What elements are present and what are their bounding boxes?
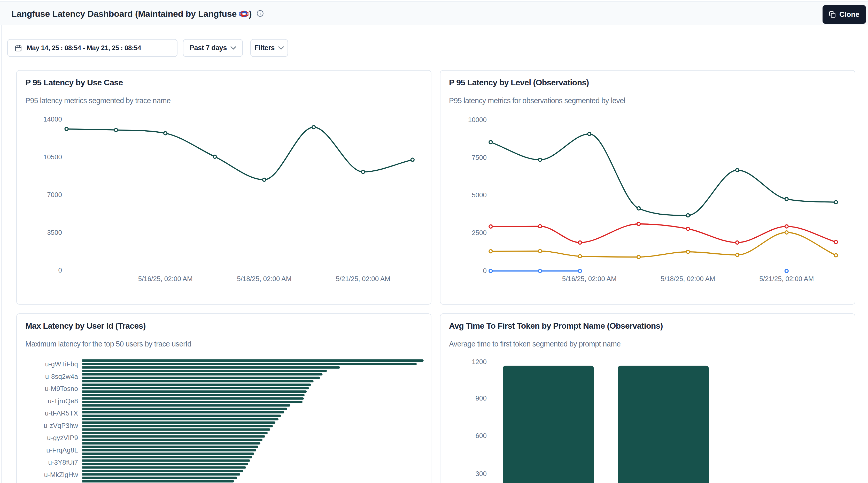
svg-text:u-M9Tosno: u-M9Tosno — [45, 385, 78, 393]
svg-text:u-MkZlgHw: u-MkZlgHw — [44, 471, 78, 479]
svg-text:0: 0 — [483, 267, 487, 275]
svg-text:5/18/25, 02:00 AM: 5/18/25, 02:00 AM — [237, 275, 291, 283]
svg-text:5/16/25, 02:00 AM: 5/16/25, 02:00 AM — [138, 275, 193, 283]
svg-text:u-3Y8fUi7: u-3Y8fUi7 — [48, 458, 78, 466]
svg-text:1200: 1200 — [472, 358, 487, 366]
svg-text:7500: 7500 — [472, 153, 487, 161]
svg-text:u-zVqP3hw: u-zVqP3hw — [44, 422, 78, 429]
svg-text:u-gWTiFbq: u-gWTiFbq — [45, 360, 78, 368]
svg-text:600: 600 — [475, 432, 487, 439]
svg-text:900: 900 — [475, 394, 487, 402]
svg-text:5/18/25, 02:00 AM: 5/18/25, 02:00 AM — [660, 275, 715, 283]
svg-text:5/21/25, 02:00 AM: 5/21/25, 02:00 AM — [336, 275, 390, 283]
svg-text:u-tFAR5TX: u-tFAR5TX — [45, 409, 78, 417]
svg-text:10000: 10000 — [468, 116, 487, 123]
svg-text:7000: 7000 — [47, 191, 62, 199]
svg-text:14000: 14000 — [43, 115, 62, 123]
svg-text:5/16/25, 02:00 AM: 5/16/25, 02:00 AM — [562, 275, 617, 283]
svg-text:5/21/25, 02:00 AM: 5/21/25, 02:00 AM — [759, 275, 814, 283]
svg-text:3500: 3500 — [47, 229, 62, 236]
svg-text:u-TjruQe8: u-TjruQe8 — [48, 397, 78, 405]
svg-text:u-FrqAg8L: u-FrqAg8L — [46, 446, 78, 454]
svg-text:0: 0 — [58, 266, 62, 274]
svg-text:5000: 5000 — [472, 191, 487, 199]
svg-text:10500: 10500 — [43, 153, 62, 161]
svg-text:2500: 2500 — [472, 229, 487, 236]
svg-text:u-8sq2w4a: u-8sq2w4a — [45, 373, 78, 380]
svg-text:300: 300 — [475, 470, 487, 478]
svg-text:u-gyzVIP9: u-gyzVIP9 — [47, 434, 78, 442]
